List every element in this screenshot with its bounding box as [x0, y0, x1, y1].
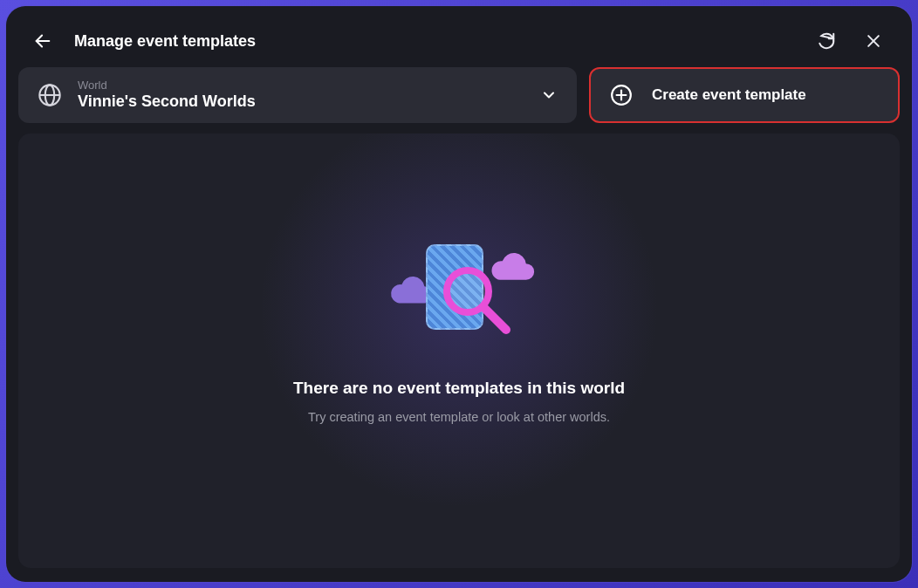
arrow-left-icon — [33, 31, 52, 51]
modal-window: Manage event templates — [6, 6, 912, 582]
refresh-icon — [817, 31, 836, 51]
world-selector[interactable]: World Vinnie's Second Worlds — [18, 67, 577, 123]
page-title: Manage event templates — [74, 32, 795, 51]
plus-circle-icon — [610, 84, 633, 106]
action-row: World Vinnie's Second Worlds — [18, 67, 900, 123]
svg-line-10 — [483, 307, 506, 330]
close-icon — [865, 32, 882, 50]
content-panel: There are no event templates in this wor… — [18, 133, 900, 568]
world-selector-text: World Vinnie's Second Worlds — [78, 79, 540, 113]
empty-state: There are no event templates in this wor… — [293, 239, 625, 424]
magnifying-glass-icon — [440, 263, 513, 337]
empty-state-illustration — [389, 239, 529, 352]
outer-frame: Manage event templates — [0, 0, 918, 588]
create-button-label: Create event template — [652, 86, 806, 104]
empty-state-subtitle: Try creating an event template or look a… — [308, 410, 610, 424]
globe-icon — [38, 83, 62, 107]
close-button[interactable] — [858, 25, 889, 57]
create-event-template-button[interactable]: Create event template — [589, 67, 900, 123]
empty-state-title: There are no event templates in this wor… — [293, 379, 625, 398]
world-selector-value: Vinnie's Second Worlds — [78, 92, 540, 112]
back-button[interactable] — [27, 25, 58, 57]
header-bar: Manage event templates — [18, 18, 900, 64]
chevron-down-icon — [540, 86, 558, 104]
world-selector-label: World — [78, 79, 540, 92]
refresh-button[interactable] — [811, 25, 842, 57]
